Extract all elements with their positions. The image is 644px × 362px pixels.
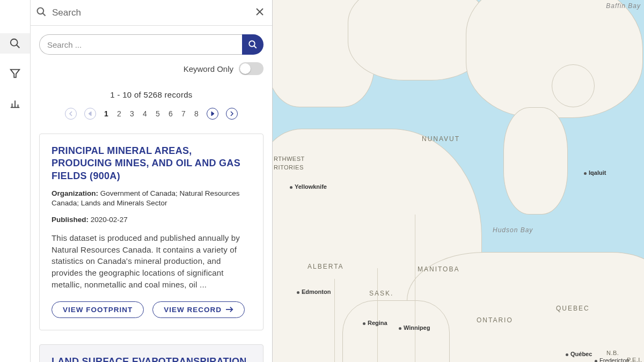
published-label: Published: <box>52 216 89 224</box>
page-number[interactable]: 8 <box>194 109 199 118</box>
map-city-label: Iqaluit <box>584 169 606 176</box>
arrow-right-icon <box>226 306 233 313</box>
result-title[interactable]: LAND SURFACE EVAPOTRANSPIRATION FOR CANA… <box>52 356 251 362</box>
pager-prev-button[interactable] <box>84 108 96 120</box>
map-city-label: Yellowknife <box>290 183 327 190</box>
map-canvas[interactable]: Baffin Bay Hudson Bay RTHWEST RITORIES N… <box>273 0 644 362</box>
page-number[interactable]: 2 <box>116 109 122 118</box>
result-organization-row: Organization: Government of Canada; Natu… <box>52 189 251 208</box>
svg-marker-13 <box>89 112 91 116</box>
result-card: LAND SURFACE EVAPOTRANSPIRATION FOR CANA… <box>39 344 264 362</box>
map-region-label: N.B. <box>606 350 619 356</box>
map-water-label: Baffin Bay <box>606 2 641 10</box>
view-record-button[interactable]: VIEW RECORD <box>152 301 245 318</box>
chevron-left-icon <box>87 111 93 116</box>
panel-header: Search <box>31 0 272 26</box>
map-region-label: ALBERTA <box>308 263 344 270</box>
keyword-only-label: Keyword Only <box>184 64 233 73</box>
rail-search-button[interactable] <box>0 33 30 54</box>
page-number[interactable]: 6 <box>168 109 173 118</box>
result-card: PRINCIPAL MINERAL AREAS, PRODUCING MINES… <box>39 134 264 330</box>
svg-point-7 <box>38 8 44 14</box>
result-title[interactable]: PRINCIPAL MINERAL AREAS, PRODUCING MINES… <box>52 145 251 182</box>
map-region-label: NUNAVUT <box>422 135 460 143</box>
map-city-label: Edmonton <box>297 289 331 295</box>
search-icon <box>248 40 258 49</box>
svg-marker-14 <box>211 112 214 116</box>
button-label: VIEW RECORD <box>164 306 222 314</box>
bar-chart-icon <box>9 98 21 109</box>
result-published-row: Published: 2020-02-27 <box>52 215 251 225</box>
pager-next-button[interactable] <box>207 108 218 120</box>
map-region-label: RITORIES <box>274 164 304 171</box>
chevron-right-icon <box>210 111 215 116</box>
page-number[interactable]: 5 <box>155 109 160 118</box>
keyword-only-toggle[interactable] <box>239 62 264 75</box>
button-label: VIEW FOOTPRINT <box>63 306 133 314</box>
page-number[interactable]: 7 <box>181 109 186 118</box>
map-region-label: RTHWEST <box>274 156 305 162</box>
organization-label: Organization: <box>52 189 98 197</box>
svg-line-8 <box>43 13 46 16</box>
search-panel: Search Keyword Only 1 - 10 of 5268 recor… <box>31 0 273 362</box>
search-icon <box>9 38 21 49</box>
page-number[interactable]: 4 <box>142 109 148 118</box>
map-city-label: Fredericton <box>595 357 630 362</box>
close-icon <box>255 7 265 17</box>
pagination: 1 2 3 4 5 6 7 8 <box>39 108 264 120</box>
page-number[interactable]: 1 <box>104 109 109 118</box>
search-input[interactable] <box>39 34 242 55</box>
rail-analytics-button[interactable] <box>0 93 30 114</box>
records-count: 1 - 10 of 5268 records <box>39 90 264 99</box>
svg-point-0 <box>11 39 18 46</box>
map-city-label: Québec <box>566 351 592 357</box>
map-region-label: MANITOBA <box>418 265 459 273</box>
svg-marker-2 <box>11 70 20 78</box>
keyword-only-row: Keyword Only <box>39 62 264 75</box>
pager-first-button[interactable] <box>65 108 77 120</box>
tool-rail <box>0 0 31 362</box>
map-region-label: QUEBEC <box>556 305 590 312</box>
search-icon <box>36 6 47 19</box>
svg-point-11 <box>249 41 255 47</box>
filter-icon <box>9 68 21 79</box>
search-submit-button[interactable] <box>242 34 264 55</box>
map-water-label: Hudson Bay <box>493 226 533 234</box>
map-city-label: Winnipeg <box>399 324 430 331</box>
result-actions: VIEW FOOTPRINT VIEW RECORD <box>52 301 251 318</box>
arrow-left-bar-icon <box>68 111 74 116</box>
svg-line-1 <box>17 45 20 48</box>
map-region-label: SASK. <box>369 290 393 297</box>
view-footprint-button[interactable]: VIEW FOOTPRINT <box>52 301 144 318</box>
map-region-label: ONTARIO <box>477 316 513 324</box>
arrow-right-bar-icon <box>229 111 235 116</box>
pager-last-button[interactable] <box>226 108 238 120</box>
rail-filter-button[interactable] <box>0 63 30 84</box>
map-city-label: Regina <box>363 320 387 326</box>
panel-body: Keyword Only 1 - 10 of 5268 records 1 2 … <box>31 26 272 362</box>
page-number[interactable]: 3 <box>129 109 135 118</box>
close-panel-button[interactable] <box>255 7 265 19</box>
search-bar <box>39 34 264 55</box>
result-description: This dataset is produced and published a… <box>52 232 251 291</box>
svg-line-12 <box>254 46 257 48</box>
published-value: 2020-02-27 <box>91 216 128 224</box>
panel-title: Search <box>52 8 250 18</box>
